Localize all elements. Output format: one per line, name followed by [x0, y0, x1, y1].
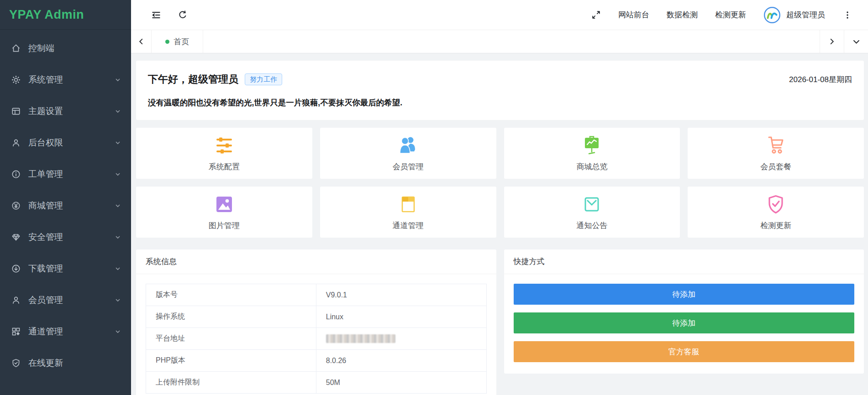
- card-label: 图片管理: [209, 220, 240, 231]
- table-row: 操作系统 Linux: [146, 306, 487, 328]
- main-area: 网站前台 数据检测 检测更新 超级管理员 首页: [131, 0, 868, 395]
- sidebar-item-channel[interactable]: 通道管理: [0, 316, 131, 347]
- card-member-package[interactable]: 会员套餐: [688, 128, 864, 179]
- sidebar-item-system[interactable]: 系统管理: [0, 64, 131, 95]
- sidebar-item-label: 系统管理: [28, 74, 63, 86]
- sidebar-item-label: 工单管理: [28, 168, 63, 180]
- user-icon: [11, 138, 21, 148]
- card-member-management[interactable]: 会员管理: [320, 128, 496, 179]
- chevron-down-icon: [115, 297, 121, 303]
- download-circle-icon: [11, 264, 21, 274]
- topbar-left: [151, 10, 188, 20]
- card-check-update[interactable]: 检测更新: [688, 187, 864, 238]
- collapse-menu-icon[interactable]: [151, 10, 161, 20]
- sidebar-item-label: 商城管理: [28, 200, 63, 212]
- greeting-panel: 下午好，超级管理员 努力工作 2026-01-08星期四 没有温暖的阳也没有希望…: [136, 61, 864, 120]
- system-info-panel: 系统信息 版本号 V9.0.1 操作系统 Linux: [136, 249, 496, 395]
- more-vertical-icon[interactable]: [842, 10, 852, 20]
- sidebar-item-label: 在线更新: [28, 357, 63, 369]
- cart-icon: [765, 135, 786, 156]
- system-info-title: 系统信息: [136, 249, 496, 274]
- tabs-scroll-right-button[interactable]: [820, 30, 844, 53]
- layout-icon: [11, 106, 21, 116]
- user-name: 超级管理员: [786, 10, 825, 20]
- sidebar-item-label: 通道管理: [28, 326, 63, 338]
- quick-action-button-1[interactable]: 待添加: [514, 284, 855, 305]
- sidebar-item-member[interactable]: 会员管理: [0, 284, 131, 316]
- sidebar-item-download[interactable]: 下载管理: [0, 253, 131, 284]
- quick-actions-panel: 快捷方式 待添加 待添加 官方客服: [504, 249, 864, 374]
- current-date: 2026-01-08星期四: [789, 74, 852, 85]
- card-label: 系统配置: [209, 161, 240, 172]
- masked-platform-address: [326, 334, 395, 343]
- sidebar-item-label: 主题设置: [28, 105, 63, 117]
- topbar-link-frontend[interactable]: 网站前台: [618, 10, 649, 20]
- fullscreen-icon[interactable]: [591, 10, 601, 20]
- sidebar-item-online-update[interactable]: 在线更新: [0, 347, 131, 379]
- card-image-management[interactable]: 图片管理: [136, 187, 312, 238]
- quick-action-button-2[interactable]: 待添加: [514, 312, 855, 333]
- gem-icon: [11, 232, 21, 242]
- greeting-title: 下午好，超级管理员: [148, 73, 238, 86]
- info-value: Linux: [316, 306, 486, 328]
- sidebar-menu: 控制端 系统管理 主题设置 后台权限: [0, 30, 131, 379]
- sidebar-item-security[interactable]: 安全管理: [0, 221, 131, 253]
- sidebar-item-theme[interactable]: 主题设置: [0, 95, 131, 127]
- quick-actions-title: 快捷方式: [504, 249, 864, 274]
- chevron-down-icon: [115, 203, 121, 209]
- shortcut-card-grid: 系统配置 会员管理 商城总览: [136, 128, 864, 238]
- sidebar-item-mall[interactable]: 商城管理: [0, 190, 131, 221]
- card-notice[interactable]: 通知公告: [504, 187, 680, 238]
- active-tab-dot: [165, 40, 169, 44]
- info-value: 8.0.26: [316, 350, 486, 372]
- page-content: 下午好，超级管理员 努力工作 2026-01-08星期四 没有温暖的阳也没有希望…: [131, 53, 868, 395]
- sidebar-item-label: 安全管理: [28, 231, 63, 243]
- system-info-table: 版本号 V9.0.1 操作系统 Linux 平台地址: [146, 284, 487, 394]
- official-support-button[interactable]: 官方客服: [514, 341, 855, 362]
- app-logo: YPAY Admin: [0, 0, 131, 30]
- info-value: V9.0.1: [316, 284, 486, 306]
- blocks-icon: [11, 327, 21, 337]
- card-mall-overview[interactable]: 商城总览: [504, 128, 680, 179]
- sidebar-item-label: 控制端: [28, 42, 54, 54]
- sliders-icon: [214, 135, 235, 156]
- sidebar-item-label: 会员管理: [28, 294, 63, 306]
- bottom-panels: 系统信息 版本号 V9.0.1 操作系统 Linux: [136, 249, 864, 395]
- tab-home-label: 首页: [174, 36, 189, 47]
- daily-motto: 没有温暖的阳也没有希望的光,世界只是一片狼藉,不要抹灭你最后的希望.: [148, 97, 852, 108]
- sidebar-item-dashboard[interactable]: 控制端: [0, 32, 131, 64]
- refresh-icon[interactable]: [178, 10, 188, 20]
- table-row: 版本号 V9.0.1: [146, 284, 487, 306]
- work-hard-badge: 努力工作: [245, 73, 282, 85]
- card-label: 通知公告: [576, 220, 607, 231]
- tab-home[interactable]: 首页: [152, 30, 203, 53]
- table-row: PHP版本 8.0.26: [146, 350, 487, 372]
- tabbar-spacer: [203, 30, 820, 53]
- home-icon: [11, 43, 21, 53]
- user-menu[interactable]: 超级管理员: [763, 6, 825, 24]
- card-system-config[interactable]: 系统配置: [136, 128, 312, 179]
- shield-check-icon: [765, 194, 786, 215]
- info-label: 上传附件限制: [146, 372, 316, 394]
- topbar-link-check-update[interactable]: 检测更新: [715, 10, 746, 20]
- tabs-menu-button[interactable]: [844, 30, 868, 53]
- envelope-icon: [581, 194, 602, 215]
- gear-icon: [11, 75, 21, 85]
- sidebar-item-admin-permission[interactable]: 后台权限: [0, 127, 131, 158]
- tabbar: 首页: [131, 30, 868, 53]
- tabs-scroll-left-button[interactable]: [131, 30, 152, 53]
- info-label: 版本号: [146, 284, 316, 306]
- window-icon: [398, 194, 419, 215]
- info-value-masked: [316, 328, 486, 350]
- chart-board-icon: [581, 135, 602, 156]
- sidebar-item-ticket[interactable]: 工单管理: [0, 158, 131, 190]
- sidebar-item-label: 后台权限: [28, 137, 63, 149]
- app-root: YPAY Admin 控制端 系统管理 主题设置: [0, 0, 868, 395]
- image-icon: [214, 194, 235, 215]
- card-label: 会员套餐: [760, 161, 791, 172]
- info-label: 平台地址: [146, 328, 316, 350]
- card-label: 商城总览: [576, 161, 607, 172]
- card-channel-management[interactable]: 通道管理: [320, 187, 496, 238]
- avatar: [763, 6, 781, 24]
- topbar-link-data-check[interactable]: 数据检测: [667, 10, 698, 20]
